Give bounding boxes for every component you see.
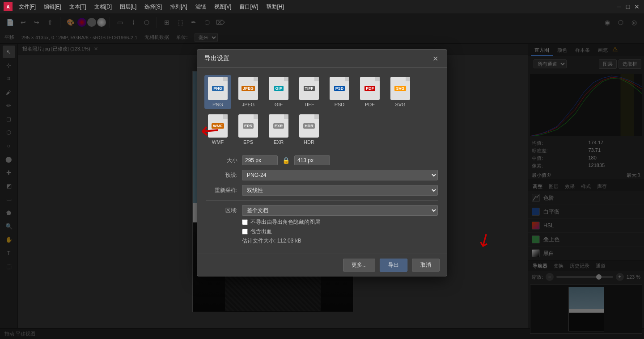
svg-icon: SVG <box>390 77 410 100</box>
jpeg-name: JPEG <box>242 102 255 107</box>
lock-icon: 🔒 <box>282 157 290 164</box>
menu-filter[interactable]: 滤镜 <box>192 2 210 12</box>
png-label: PNG <box>212 86 224 91</box>
preset-label: 预设: <box>206 172 237 179</box>
psd-label: PSD <box>334 86 345 91</box>
exr-label: EXR <box>273 123 284 129</box>
no-export-hidden-row: 不导出由导出角色隐藏的图层 <box>242 218 438 226</box>
more-button[interactable]: 更多... <box>343 259 375 272</box>
png-icon: PNG <box>208 77 228 100</box>
dialog-body: 大小 🔒 预设: PNG-24 重新采样: 双线性 <box>197 150 447 254</box>
jpeg-label: JPEG <box>242 86 255 91</box>
menu-view[interactable]: 视图[V] <box>211 2 235 12</box>
menubar: 文件[F] 编辑[E] 文本[T] 文档[D] 图层[L] 选择[S] 排列[A… <box>15 2 288 12</box>
eps-name: EPS <box>243 139 253 145</box>
gif-name: GIF <box>275 102 283 107</box>
png-name: PNG <box>212 102 223 107</box>
width-input[interactable] <box>242 155 278 165</box>
cancel-button[interactable]: 取消 <box>412 259 440 272</box>
titlebar-controls: ─ □ ✕ <box>615 3 640 10</box>
dialog-footer: 更多... 导出 取消 <box>197 254 447 276</box>
dialog-overlay: 导出设置 ✕ PNG PNG JPEG JPEG <box>0 13 644 339</box>
eps-label: EPS <box>243 123 254 129</box>
dialog-close-button[interactable]: ✕ <box>431 54 440 63</box>
menu-layers[interactable]: 图层[L] <box>116 2 140 12</box>
format-wmf[interactable]: WMF WMF <box>204 113 231 146</box>
gif-label: GIF <box>274 86 284 91</box>
titlebar-left: A 文件[F] 编辑[E] 文本[T] 文档[D] 图层[L] 选择[S] 排列… <box>4 2 288 12</box>
no-export-hidden-checkbox[interactable] <box>242 219 248 225</box>
format-jpeg[interactable]: JPEG JPEG <box>235 75 262 109</box>
export-dialog: 导出设置 ✕ PNG PNG JPEG JPEG <box>197 49 447 276</box>
wmf-icon: WMF <box>208 114 228 138</box>
preset-select[interactable]: PNG-24 <box>242 170 438 180</box>
gif-icon: GIF <box>269 77 288 100</box>
title-bar: A 文件[F] 编辑[E] 文本[T] 文档[D] 图层[L] 选择[S] 排列… <box>0 0 644 13</box>
export-arrow: ↙ <box>473 227 496 252</box>
format-eps[interactable]: EPS EPS <box>235 113 262 146</box>
pdf-name: PDF <box>365 102 375 107</box>
menu-text[interactable]: 文本[T] <box>66 2 90 12</box>
region-select[interactable]: 差个文档 <box>242 205 438 216</box>
resample-select[interactable]: 双线性 <box>242 185 438 196</box>
wmf-name: WMF <box>212 139 224 145</box>
close-button[interactable]: ✕ <box>633 3 640 10</box>
export-button[interactable]: 导出 <box>380 259 407 272</box>
menu-file[interactable]: 文件[F] <box>15 2 39 12</box>
format-exr[interactable]: EXR EXR <box>265 113 292 146</box>
pdf-icon: PDF <box>360 77 380 100</box>
size-label: 大小 <box>206 157 237 164</box>
format-pdf[interactable]: PDF PDF <box>356 75 383 109</box>
svg-name: SVG <box>395 102 405 107</box>
menu-arrange[interactable]: 排列[A] <box>166 2 191 12</box>
format-png[interactable]: PNG PNG <box>204 75 231 109</box>
psd-icon: PSD <box>330 77 349 100</box>
file-size-label: 估计文件大小: 112.03 kB <box>242 238 301 244</box>
region-label: 区域: <box>206 207 237 214</box>
app-logo: A <box>4 2 13 11</box>
format-gif[interactable]: GIF GIF <box>265 75 292 109</box>
include-bleed-row: 包含出血 <box>242 228 438 235</box>
wmf-label: WMF <box>212 123 224 129</box>
menu-edit[interactable]: 编辑[E] <box>40 2 65 12</box>
minimize-button[interactable]: ─ <box>615 3 623 10</box>
pdf-label: PDF <box>364 86 375 91</box>
exr-name: EXR <box>274 139 284 145</box>
menu-window[interactable]: 窗口[W] <box>236 2 262 12</box>
menu-select[interactable]: 选择[S] <box>141 2 165 12</box>
tiff-label: TIFF <box>304 86 315 91</box>
format-psd[interactable]: PSD PSD <box>326 75 353 109</box>
separator-hr <box>206 200 438 201</box>
no-export-hidden-label: 不导出由导出角色隐藏的图层 <box>250 218 320 226</box>
format-hdr[interactable]: HDR HDR <box>296 113 322 146</box>
preset-row: 预设: PNG-24 <box>206 170 438 180</box>
size-row: 大小 🔒 <box>206 155 438 165</box>
resample-label: 重新采样: <box>206 187 237 194</box>
region-row: 区域: 差个文档 <box>206 205 438 216</box>
resample-row: 重新采样: 双线性 <box>206 185 438 196</box>
maximize-button[interactable]: □ <box>624 3 631 10</box>
eps-icon: EPS <box>238 114 258 138</box>
dialog-title: 导出设置 <box>204 54 229 63</box>
hdr-name: HDR <box>304 139 314 145</box>
svg-label: SVG <box>394 86 406 91</box>
height-input[interactable] <box>294 155 330 165</box>
menu-document[interactable]: 文档[D] <box>91 2 115 12</box>
dialog-header: 导出设置 ✕ <box>197 50 447 68</box>
format-svg[interactable]: SVG SVG <box>387 75 414 109</box>
tiff-icon: TIFF <box>299 77 319 100</box>
psd-name: PSD <box>335 102 345 107</box>
hdr-icon: HDR <box>299 114 319 138</box>
format-tiff[interactable]: TIFF TIFF <box>296 75 322 109</box>
file-size-row: 估计文件大小: 112.03 kB <box>242 237 438 245</box>
jpeg-icon: JPEG <box>238 77 258 100</box>
menu-help[interactable]: 帮助[H] <box>263 2 287 12</box>
include-bleed-checkbox[interactable] <box>242 229 248 234</box>
format-row: PNG PNG JPEG JPEG GIF GIF <box>197 68 447 150</box>
hdr-label: HDR <box>303 123 315 129</box>
exr-icon: EXR <box>269 114 288 138</box>
tiff-name: TIFF <box>304 102 314 107</box>
include-bleed-label: 包含出血 <box>250 228 272 235</box>
